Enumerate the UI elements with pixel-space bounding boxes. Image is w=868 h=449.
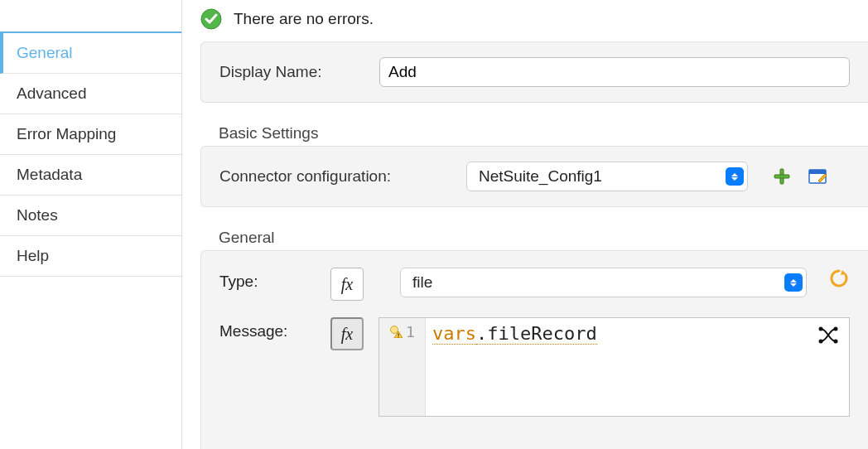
- sidebar-item-help[interactable]: Help: [0, 236, 181, 277]
- dataweave-map-button[interactable]: [816, 323, 841, 348]
- sidebar-item-label: General: [17, 44, 73, 61]
- svg-rect-8: [398, 336, 398, 337]
- connector-config-select[interactable]: NetSuite_Config1: [466, 162, 748, 191]
- status-row: There are no errors.: [200, 8, 868, 41]
- chevron-updown-icon: [784, 273, 803, 292]
- svg-point-5: [391, 326, 398, 334]
- editor-body[interactable]: vars.fileRecord: [426, 318, 849, 416]
- sidebar-item-label: Advanced: [17, 84, 87, 102]
- sidebar-item-label: Notes: [17, 206, 58, 224]
- svg-rect-2: [774, 175, 789, 178]
- code-token-vars: vars: [432, 323, 476, 345]
- chevron-updown-icon: [726, 167, 744, 186]
- sidebar-item-error-mapping[interactable]: Error Mapping: [0, 114, 181, 155]
- sidebar-item-label: Metadata: [17, 166, 82, 183]
- message-fx-button[interactable]: fx: [330, 317, 364, 350]
- type-fx-button[interactable]: fx: [330, 268, 364, 301]
- connector-config-label: Connector configuration:: [219, 167, 451, 186]
- type-value: file: [412, 273, 432, 292]
- display-name-label: Display Name:: [219, 63, 364, 81]
- sidebar-item-general[interactable]: General: [0, 31, 181, 74]
- lightbulb-warning-icon: [389, 321, 403, 342]
- message-editor[interactable]: 1 vars.fileRecord: [379, 317, 850, 417]
- display-name-section: Display Name:: [200, 41, 868, 103]
- edit-config-button[interactable]: [808, 166, 829, 187]
- type-select[interactable]: file: [400, 268, 807, 297]
- editor-gutter: 1: [379, 318, 426, 416]
- type-label: Type:: [219, 268, 319, 291]
- svg-rect-7: [398, 334, 398, 336]
- connector-config-value: NetSuite_Config1: [479, 167, 602, 186]
- sidebar-item-advanced[interactable]: Advanced: [0, 74, 181, 114]
- message-label: Message:: [219, 317, 319, 340]
- sidebar-item-notes[interactable]: Notes: [0, 196, 181, 236]
- fx-icon: fx: [341, 325, 353, 344]
- sidebar-item-label: Help: [17, 247, 49, 264]
- basic-settings-title: Basic Settings: [219, 124, 868, 142]
- general-section-title: General: [219, 229, 868, 247]
- svg-rect-4: [809, 170, 826, 174]
- line-number: 1: [406, 323, 415, 340]
- basic-settings-section: Connector configuration: NetSuite_Config…: [200, 146, 868, 207]
- add-config-button[interactable]: [771, 166, 793, 187]
- refresh-button[interactable]: [828, 268, 850, 289]
- sidebar: General Advanced Error Mapping Metadata …: [0, 0, 182, 449]
- code-token-filerecord: .fileRecord: [476, 323, 597, 345]
- sidebar-item-label: Error Mapping: [17, 125, 116, 142]
- general-section: Type: fx file: [200, 250, 868, 449]
- success-icon: [200, 8, 222, 30]
- status-text: There are no errors.: [234, 10, 374, 28]
- display-name-input[interactable]: [379, 57, 850, 87]
- fx-icon: fx: [341, 275, 353, 294]
- main-panel: There are no errors. Display Name: Basic…: [182, 0, 868, 449]
- sidebar-item-metadata[interactable]: Metadata: [0, 155, 181, 196]
